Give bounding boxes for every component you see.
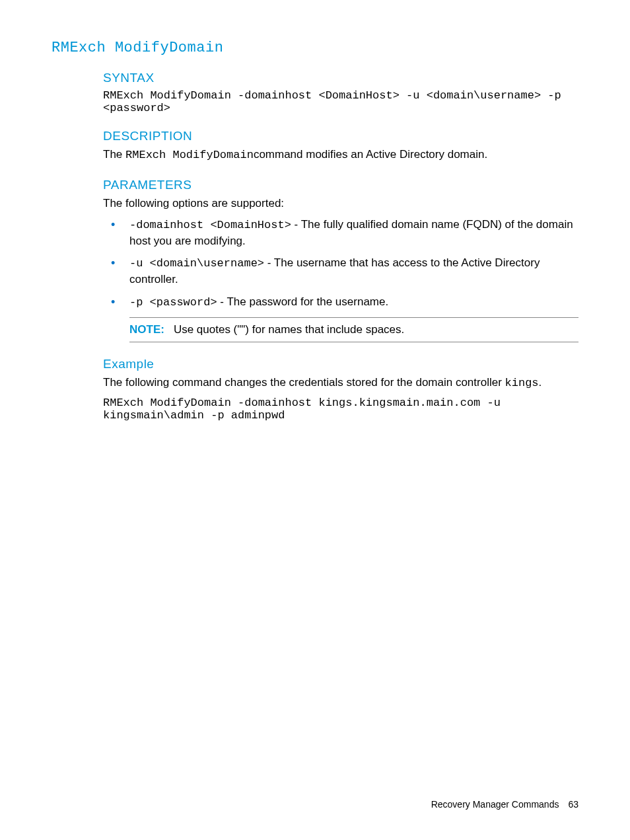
content-section: Syntax RMExch ModifyDomain -domainhost <… (103, 71, 578, 422)
footer-page-number: 63 (568, 799, 578, 810)
note-box: NOTE:Use quotes ("") for names that incl… (129, 317, 578, 342)
description-prefix: The (103, 148, 125, 161)
note-label: NOTE: (129, 323, 164, 336)
list-item: -domainhost <DomainHost> - The fully qua… (103, 217, 578, 249)
description-text: The RMExch ModifyDomaincommand modifies … (103, 147, 578, 163)
param-sep: - (264, 256, 274, 269)
param-code: -u <domain\username> (129, 257, 264, 270)
page-title: RMExch ModifyDomain (52, 40, 578, 56)
parameters-intro: The following options are supported: (103, 196, 578, 211)
list-item: -p <password> - The password for the use… (103, 294, 578, 311)
heading-syntax: Syntax (103, 71, 578, 85)
page: RMExch ModifyDomain Syntax RMExch Modify… (0, 0, 630, 840)
param-text: The password for the username. (227, 295, 388, 308)
syntax-code: RMExch ModifyDomain -domainhost <DomainH… (103, 89, 578, 114)
description-command: RMExch ModifyDomain (125, 149, 254, 161)
example-intro-suffix: . (539, 376, 542, 389)
description-suffix: command modifies an Active Directory dom… (254, 148, 487, 161)
footer-section: Recovery Manager Commands (431, 799, 559, 810)
example-intro: The following command changes the creden… (103, 375, 578, 391)
page-footer: Recovery Manager Commands63 (431, 799, 578, 810)
parameters-list: -domainhost <DomainHost> - The fully qua… (103, 217, 578, 311)
example-intro-prefix: The following command changes the creden… (103, 376, 505, 389)
heading-description: Description (103, 129, 578, 143)
list-item: -u <domain\username> - The username that… (103, 255, 578, 287)
heading-example: Example (103, 357, 578, 371)
param-sep: - (217, 295, 227, 308)
param-code: -domainhost <DomainHost> (129, 219, 291, 231)
param-sep: - (291, 218, 301, 231)
note-text: Use quotes ("") for names that include s… (174, 323, 404, 336)
heading-parameters: Parameters (103, 178, 578, 192)
example-code: RMExch ModifyDomain -domainhost kings.ki… (103, 397, 578, 422)
param-code: -p <password> (129, 296, 217, 309)
example-intro-code: kings (505, 377, 539, 389)
